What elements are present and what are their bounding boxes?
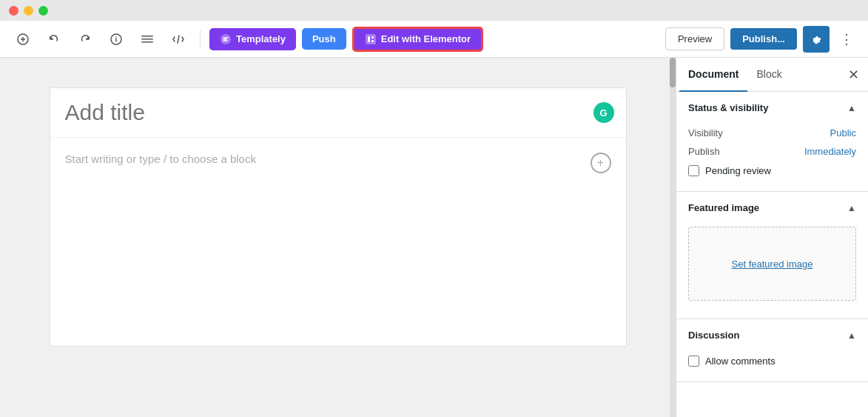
scroll-track: [670, 58, 676, 417]
sidebar: Document Block ✕ Status & visibility ▲ V…: [676, 58, 868, 417]
preview-button[interactable]: Preview: [665, 27, 724, 50]
pending-review-label[interactable]: Pending review: [705, 165, 771, 176]
svg-rect-12: [371, 36, 374, 39]
svg-rect-11: [368, 36, 370, 42]
toolbar-separator-1: [200, 30, 201, 48]
undo-button[interactable]: [41, 27, 67, 52]
body-placeholder: Start writing or type / to choose a bloc…: [65, 153, 582, 165]
sidebar-close-button[interactable]: ✕: [842, 61, 865, 89]
status-visibility-header[interactable]: Status & visibility ▲: [676, 92, 868, 124]
svg-point-5: [115, 36, 117, 38]
discussion-content: Allow comments: [676, 351, 868, 381]
add-block-toolbar-button[interactable]: [10, 27, 36, 52]
editor-content: G Start writing or type / to choose a bl…: [50, 87, 627, 347]
visibility-label: Visibility: [688, 127, 723, 139]
visibility-value[interactable]: Public: [830, 127, 856, 139]
publish-value[interactable]: Immediately: [804, 146, 856, 157]
featured-image-header[interactable]: Featured image ▲: [676, 192, 868, 224]
title-bar: [0, 0, 868, 21]
discussion-chevron: ▲: [847, 330, 856, 341]
pending-review-row: Pending review: [688, 161, 856, 181]
visibility-row: Visibility Public: [688, 124, 856, 142]
redo-button[interactable]: [73, 27, 98, 52]
writing-area[interactable]: Start writing or type / to choose a bloc…: [50, 138, 626, 188]
tab-block[interactable]: Block: [747, 58, 790, 92]
toolbar-right: Preview Publish... ⋮: [665, 26, 858, 53]
publish-button[interactable]: Publish...: [730, 28, 797, 50]
allow-comments-row: Allow comments: [688, 351, 856, 371]
svg-rect-8: [141, 41, 153, 43]
push-button[interactable]: Push: [302, 28, 346, 50]
title-area: G: [50, 88, 626, 138]
set-featured-image-button[interactable]: Set featured image: [688, 227, 856, 301]
info-button[interactable]: [104, 27, 129, 52]
edit-with-elementor-button[interactable]: Edit with Elementor: [352, 27, 483, 52]
svg-rect-13: [371, 40, 374, 42]
title-input[interactable]: [65, 100, 611, 125]
featured-image-content: Set featured image: [676, 227, 868, 318]
editor-area[interactable]: G Start writing or type / to choose a bl…: [0, 58, 676, 417]
featured-image-chevron: ▲: [847, 203, 856, 213]
main-layout: G Start writing or type / to choose a bl…: [0, 58, 868, 417]
add-block-inline-button[interactable]: +: [591, 153, 611, 173]
scroll-thumb[interactable]: [670, 58, 676, 87]
allow-comments-label[interactable]: Allow comments: [705, 356, 776, 367]
status-visibility-content: Visibility Public Publish Immediately Pe…: [676, 124, 868, 191]
traffic-light-red[interactable]: [9, 6, 18, 16]
publish-label: Publish: [688, 146, 720, 157]
svg-rect-7: [141, 39, 153, 40]
grammarly-icon: G: [593, 102, 614, 123]
sidebar-header: Document Block ✕: [676, 58, 868, 92]
allow-comments-checkbox[interactable]: [688, 356, 699, 367]
discussion-title: Discussion: [688, 330, 739, 341]
discussion-header[interactable]: Discussion ▲: [676, 319, 868, 351]
toolbar: Templately Push Edit with Elementor Prev…: [0, 21, 868, 58]
traffic-light-green[interactable]: [38, 6, 48, 16]
tab-document[interactable]: Document: [679, 58, 747, 92]
status-visibility-chevron: ▲: [847, 103, 856, 113]
status-visibility-section: Status & visibility ▲ Visibility Public …: [676, 92, 868, 192]
svg-rect-10: [366, 35, 375, 44]
templately-button[interactable]: Templately: [209, 28, 296, 50]
pending-review-checkbox[interactable]: [688, 165, 699, 176]
discussion-section: Discussion ▲ Allow comments: [676, 319, 868, 382]
featured-image-section: Featured image ▲ Set featured image: [676, 192, 868, 319]
more-options-button[interactable]: ⋮: [835, 26, 858, 53]
list-view-button[interactable]: [135, 27, 160, 52]
code-editor-button[interactable]: [166, 27, 191, 52]
status-visibility-title: Status & visibility: [688, 102, 768, 113]
featured-image-title: Featured image: [688, 202, 759, 213]
svg-rect-6: [141, 36, 153, 37]
publish-row: Publish Immediately: [688, 142, 856, 161]
traffic-light-yellow[interactable]: [24, 6, 33, 16]
settings-button[interactable]: [803, 26, 830, 53]
